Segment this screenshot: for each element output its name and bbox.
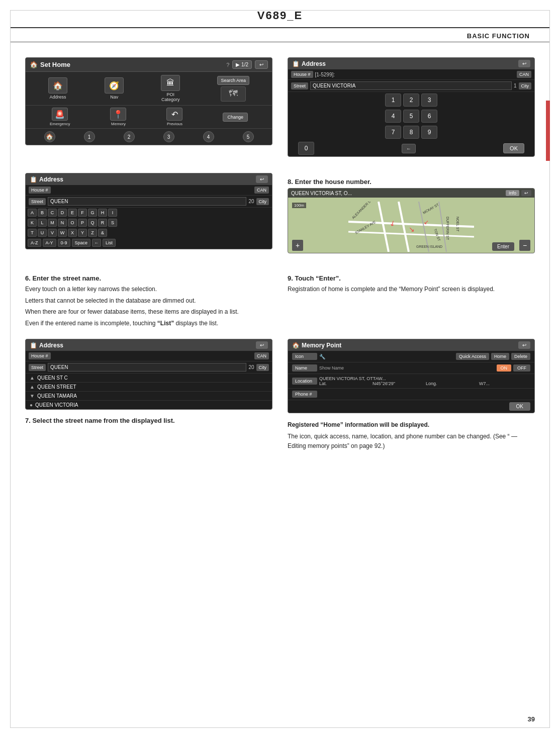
key-4[interactable]: 4: [385, 110, 401, 123]
map-back-btn[interactable]: ↩: [521, 190, 531, 196]
key-P[interactable]: P: [78, 219, 87, 227]
key-U[interactable]: U: [38, 229, 47, 237]
step6-text3: When there are four or fewer database it…: [25, 307, 272, 317]
sh-num-3[interactable]: 3: [163, 131, 174, 142]
address-icon-item[interactable]: 🏠 Address: [48, 77, 67, 100]
poi-icon-item[interactable]: 🏛 POICategory: [161, 75, 180, 102]
key-2[interactable]: 2: [403, 94, 419, 107]
sh-num-2[interactable]: 2: [124, 131, 135, 142]
key-space[interactable]: Space: [72, 239, 91, 247]
search-area-btn[interactable]: Search Area: [217, 76, 249, 85]
key-8[interactable]: 8: [403, 126, 419, 139]
addr-numpad-back[interactable]: ↩: [518, 60, 530, 67]
addr-kbd-back[interactable]: ↩: [256, 175, 268, 183]
list-item-4[interactable]: ● QUEEN VICTORIA: [26, 401, 272, 409]
key-backspace[interactable]: ←: [92, 239, 101, 247]
key-7[interactable]: 7: [385, 126, 401, 139]
mem-ok-btn[interactable]: OK: [509, 402, 530, 411]
map-zoom-plus[interactable]: +: [292, 240, 303, 251]
street-list-city[interactable]: City: [256, 364, 269, 371]
mem-off-btn[interactable]: OFF: [513, 364, 530, 372]
map-info-btn[interactable]: Info: [506, 190, 519, 196]
key-V[interactable]: V: [48, 229, 57, 237]
key-H[interactable]: H: [98, 209, 107, 217]
svg-text:↙: ↙: [388, 218, 397, 228]
map-enter-btn[interactable]: Enter: [492, 242, 514, 251]
key-Q[interactable]: Q: [88, 219, 97, 227]
key-0[interactable]: 0: [298, 142, 314, 155]
col-right-2: 8. Enter the house number. QUEEN VICTORI…: [288, 173, 535, 260]
sh-home-btn[interactable]: 🏠: [44, 131, 55, 142]
step9-heading: 9. Touch “Enter”.: [288, 274, 535, 282]
key-list[interactable]: List: [103, 239, 116, 247]
key-X[interactable]: X: [68, 229, 77, 237]
list-item-3[interactable]: ▼ QUEEN TAMARA: [26, 392, 272, 401]
key-T[interactable]: T: [28, 229, 37, 237]
svg-text:NOEL ST: NOEL ST: [456, 217, 459, 232]
addr-kbd-can[interactable]: CAN: [254, 187, 269, 194]
key-az[interactable]: A-Z: [28, 239, 41, 247]
nav-btn[interactable]: ▶ 1/2: [232, 60, 252, 69]
mem-back[interactable]: ↩: [518, 341, 530, 349]
sh-num-4[interactable]: 4: [203, 131, 214, 142]
addr-numpad-can[interactable]: CAN: [517, 71, 531, 78]
key-5[interactable]: 5: [403, 110, 419, 123]
key-R[interactable]: R: [98, 219, 107, 227]
street-list-street-row: Street QUEEN 20 City: [26, 361, 272, 374]
mem-phone-label: Phone #: [292, 391, 317, 398]
list-item-2[interactable]: ▲ QUEEN STREET: [26, 383, 272, 392]
key-Z[interactable]: Z: [88, 229, 97, 237]
key-S[interactable]: S: [108, 219, 117, 227]
key-09[interactable]: 0-9: [58, 239, 70, 247]
mem-delete-btn[interactable]: Delete: [511, 353, 530, 360]
key-W[interactable]: W: [58, 229, 67, 237]
key-A[interactable]: A: [28, 209, 37, 217]
map-titlebar: QUEEN VICTORIA ST, O... Info ↩: [288, 189, 534, 198]
key-6[interactable]: 6: [421, 110, 437, 123]
ok-key[interactable]: OK: [503, 143, 524, 153]
addr-numpad-city[interactable]: City: [519, 82, 532, 89]
key-amp[interactable]: &: [98, 229, 107, 237]
mem-location-label: Location: [292, 378, 317, 385]
key-L[interactable]: L: [38, 219, 47, 227]
key-Y[interactable]: Y: [78, 229, 87, 237]
key-E[interactable]: E: [68, 209, 77, 217]
footer-page-num: 39: [528, 715, 535, 723]
key-G[interactable]: G: [88, 209, 97, 217]
back-btn[interactable]: ↩: [255, 60, 268, 69]
street-list-back[interactable]: ↩: [256, 341, 268, 349]
key-9[interactable]: 9: [421, 126, 437, 139]
previous-item[interactable]: ↶ Previous: [166, 108, 182, 126]
key-O[interactable]: O: [68, 219, 77, 227]
nav-icon-item[interactable]: 🧭 Nav: [105, 77, 124, 100]
key-ay[interactable]: A-Y: [43, 239, 56, 247]
key-M[interactable]: M: [48, 219, 57, 227]
nav-label: Nav: [110, 95, 118, 100]
key-C[interactable]: C: [48, 209, 57, 217]
key-I[interactable]: I: [108, 209, 117, 217]
key-B[interactable]: B: [38, 209, 47, 217]
change-btn[interactable]: Change: [223, 113, 248, 122]
mem-on-btn[interactable]: ON: [497, 364, 512, 372]
street-list-can[interactable]: CAN: [254, 352, 269, 359]
mem-lat-label: Lat.: [319, 381, 370, 386]
mem-ok-row: OK: [288, 400, 534, 413]
mem-icon-value: 🔧: [319, 354, 454, 359]
key-N[interactable]: N: [58, 219, 67, 227]
mem-quick-access-btn[interactable]: Quick Access: [456, 353, 489, 360]
map-zoom-minus[interactable]: −: [519, 240, 530, 251]
key-3[interactable]: 3: [421, 94, 437, 107]
memory-item[interactable]: 📍 Memory: [110, 108, 126, 126]
del-key[interactable]: ←: [402, 144, 416, 153]
list-item-1[interactable]: ▲ QUEEN ST C: [26, 374, 272, 383]
key-D[interactable]: D: [58, 209, 67, 217]
addr-kbd-city[interactable]: City: [256, 198, 269, 205]
key-1[interactable]: 1: [385, 94, 401, 107]
key-F[interactable]: F: [78, 209, 87, 217]
sh-num-5[interactable]: 5: [243, 131, 254, 142]
mem-home-btn[interactable]: Home: [491, 353, 509, 360]
key-K[interactable]: K: [28, 219, 37, 227]
sh-num-1[interactable]: 1: [84, 131, 95, 142]
emergency-item[interactable]: 🚨 Emergency: [50, 108, 70, 126]
address-icon-box: 🏠: [48, 77, 67, 94]
